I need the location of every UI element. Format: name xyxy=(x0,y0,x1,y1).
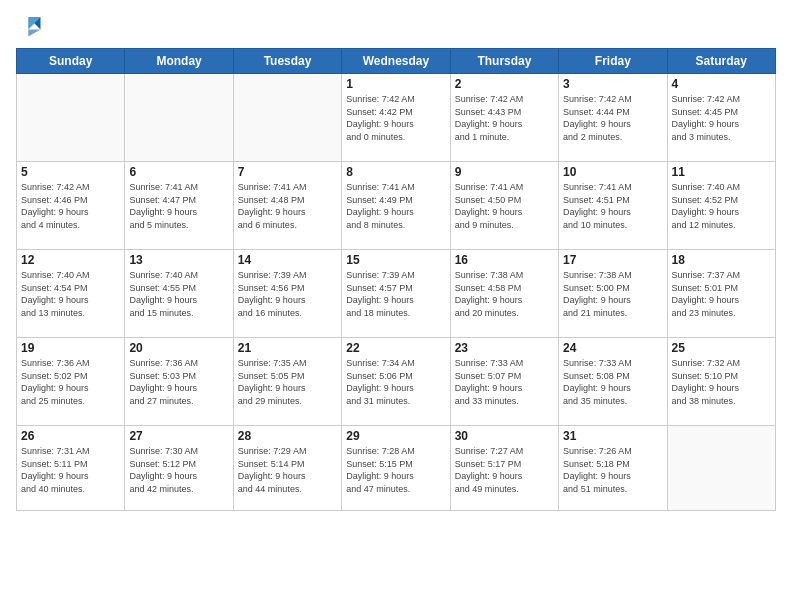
day-cell xyxy=(667,426,775,511)
day-info: Sunrise: 7:36 AMSunset: 5:02 PMDaylight:… xyxy=(21,357,120,407)
day-cell: 21Sunrise: 7:35 AMSunset: 5:05 PMDayligh… xyxy=(233,338,341,426)
col-header-friday: Friday xyxy=(559,49,667,74)
day-number: 17 xyxy=(563,253,662,267)
day-number: 3 xyxy=(563,77,662,91)
day-info: Sunrise: 7:32 AMSunset: 5:10 PMDaylight:… xyxy=(672,357,771,407)
day-info: Sunrise: 7:26 AMSunset: 5:18 PMDaylight:… xyxy=(563,445,662,495)
day-info: Sunrise: 7:40 AMSunset: 4:52 PMDaylight:… xyxy=(672,181,771,231)
day-info: Sunrise: 7:41 AMSunset: 4:49 PMDaylight:… xyxy=(346,181,445,231)
logo-icon xyxy=(16,12,44,40)
col-header-saturday: Saturday xyxy=(667,49,775,74)
day-info: Sunrise: 7:38 AMSunset: 5:00 PMDaylight:… xyxy=(563,269,662,319)
day-cell: 6Sunrise: 7:41 AMSunset: 4:47 PMDaylight… xyxy=(125,162,233,250)
day-cell: 17Sunrise: 7:38 AMSunset: 5:00 PMDayligh… xyxy=(559,250,667,338)
day-info: Sunrise: 7:41 AMSunset: 4:47 PMDaylight:… xyxy=(129,181,228,231)
day-number: 7 xyxy=(238,165,337,179)
day-number: 22 xyxy=(346,341,445,355)
day-number: 30 xyxy=(455,429,554,443)
day-cell: 28Sunrise: 7:29 AMSunset: 5:14 PMDayligh… xyxy=(233,426,341,511)
day-number: 21 xyxy=(238,341,337,355)
day-number: 8 xyxy=(346,165,445,179)
day-cell: 23Sunrise: 7:33 AMSunset: 5:07 PMDayligh… xyxy=(450,338,558,426)
day-cell: 9Sunrise: 7:41 AMSunset: 4:50 PMDaylight… xyxy=(450,162,558,250)
day-info: Sunrise: 7:41 AMSunset: 4:51 PMDaylight:… xyxy=(563,181,662,231)
day-number: 23 xyxy=(455,341,554,355)
day-cell: 26Sunrise: 7:31 AMSunset: 5:11 PMDayligh… xyxy=(17,426,125,511)
day-number: 4 xyxy=(672,77,771,91)
day-info: Sunrise: 7:28 AMSunset: 5:15 PMDaylight:… xyxy=(346,445,445,495)
day-cell: 11Sunrise: 7:40 AMSunset: 4:52 PMDayligh… xyxy=(667,162,775,250)
day-number: 5 xyxy=(21,165,120,179)
day-cell: 24Sunrise: 7:33 AMSunset: 5:08 PMDayligh… xyxy=(559,338,667,426)
day-cell: 14Sunrise: 7:39 AMSunset: 4:56 PMDayligh… xyxy=(233,250,341,338)
day-number: 10 xyxy=(563,165,662,179)
day-cell: 31Sunrise: 7:26 AMSunset: 5:18 PMDayligh… xyxy=(559,426,667,511)
day-info: Sunrise: 7:29 AMSunset: 5:14 PMDaylight:… xyxy=(238,445,337,495)
day-cell: 15Sunrise: 7:39 AMSunset: 4:57 PMDayligh… xyxy=(342,250,450,338)
day-cell: 13Sunrise: 7:40 AMSunset: 4:55 PMDayligh… xyxy=(125,250,233,338)
day-info: Sunrise: 7:39 AMSunset: 4:56 PMDaylight:… xyxy=(238,269,337,319)
week-row-2: 5Sunrise: 7:42 AMSunset: 4:46 PMDaylight… xyxy=(17,162,776,250)
day-number: 20 xyxy=(129,341,228,355)
col-header-sunday: Sunday xyxy=(17,49,125,74)
day-info: Sunrise: 7:37 AMSunset: 5:01 PMDaylight:… xyxy=(672,269,771,319)
day-number: 29 xyxy=(346,429,445,443)
day-number: 25 xyxy=(672,341,771,355)
day-cell: 20Sunrise: 7:36 AMSunset: 5:03 PMDayligh… xyxy=(125,338,233,426)
day-cell: 3Sunrise: 7:42 AMSunset: 4:44 PMDaylight… xyxy=(559,74,667,162)
day-number: 19 xyxy=(21,341,120,355)
day-info: Sunrise: 7:42 AMSunset: 4:43 PMDaylight:… xyxy=(455,93,554,143)
day-number: 11 xyxy=(672,165,771,179)
day-info: Sunrise: 7:38 AMSunset: 4:58 PMDaylight:… xyxy=(455,269,554,319)
day-cell xyxy=(17,74,125,162)
day-info: Sunrise: 7:31 AMSunset: 5:11 PMDaylight:… xyxy=(21,445,120,495)
day-info: Sunrise: 7:36 AMSunset: 5:03 PMDaylight:… xyxy=(129,357,228,407)
day-cell: 30Sunrise: 7:27 AMSunset: 5:17 PMDayligh… xyxy=(450,426,558,511)
day-info: Sunrise: 7:42 AMSunset: 4:42 PMDaylight:… xyxy=(346,93,445,143)
day-cell: 12Sunrise: 7:40 AMSunset: 4:54 PMDayligh… xyxy=(17,250,125,338)
day-cell: 5Sunrise: 7:42 AMSunset: 4:46 PMDaylight… xyxy=(17,162,125,250)
calendar-table: SundayMondayTuesdayWednesdayThursdayFrid… xyxy=(16,48,776,511)
page: SundayMondayTuesdayWednesdayThursdayFrid… xyxy=(0,0,792,612)
day-cell: 22Sunrise: 7:34 AMSunset: 5:06 PMDayligh… xyxy=(342,338,450,426)
day-number: 9 xyxy=(455,165,554,179)
col-header-tuesday: Tuesday xyxy=(233,49,341,74)
day-number: 31 xyxy=(563,429,662,443)
day-cell: 10Sunrise: 7:41 AMSunset: 4:51 PMDayligh… xyxy=(559,162,667,250)
col-header-thursday: Thursday xyxy=(450,49,558,74)
header xyxy=(16,12,776,40)
header-row: SundayMondayTuesdayWednesdayThursdayFrid… xyxy=(17,49,776,74)
week-row-5: 26Sunrise: 7:31 AMSunset: 5:11 PMDayligh… xyxy=(17,426,776,511)
day-number: 28 xyxy=(238,429,337,443)
day-cell: 8Sunrise: 7:41 AMSunset: 4:49 PMDaylight… xyxy=(342,162,450,250)
day-info: Sunrise: 7:42 AMSunset: 4:45 PMDaylight:… xyxy=(672,93,771,143)
day-number: 16 xyxy=(455,253,554,267)
day-info: Sunrise: 7:40 AMSunset: 4:54 PMDaylight:… xyxy=(21,269,120,319)
day-cell xyxy=(233,74,341,162)
day-info: Sunrise: 7:42 AMSunset: 4:44 PMDaylight:… xyxy=(563,93,662,143)
day-info: Sunrise: 7:42 AMSunset: 4:46 PMDaylight:… xyxy=(21,181,120,231)
day-info: Sunrise: 7:41 AMSunset: 4:50 PMDaylight:… xyxy=(455,181,554,231)
day-info: Sunrise: 7:40 AMSunset: 4:55 PMDaylight:… xyxy=(129,269,228,319)
day-info: Sunrise: 7:27 AMSunset: 5:17 PMDaylight:… xyxy=(455,445,554,495)
day-number: 15 xyxy=(346,253,445,267)
day-cell: 27Sunrise: 7:30 AMSunset: 5:12 PMDayligh… xyxy=(125,426,233,511)
day-cell: 4Sunrise: 7:42 AMSunset: 4:45 PMDaylight… xyxy=(667,74,775,162)
day-cell: 18Sunrise: 7:37 AMSunset: 5:01 PMDayligh… xyxy=(667,250,775,338)
day-info: Sunrise: 7:41 AMSunset: 4:48 PMDaylight:… xyxy=(238,181,337,231)
day-cell: 19Sunrise: 7:36 AMSunset: 5:02 PMDayligh… xyxy=(17,338,125,426)
day-info: Sunrise: 7:33 AMSunset: 5:07 PMDaylight:… xyxy=(455,357,554,407)
day-info: Sunrise: 7:30 AMSunset: 5:12 PMDaylight:… xyxy=(129,445,228,495)
day-info: Sunrise: 7:35 AMSunset: 5:05 PMDaylight:… xyxy=(238,357,337,407)
logo xyxy=(16,12,48,40)
day-info: Sunrise: 7:34 AMSunset: 5:06 PMDaylight:… xyxy=(346,357,445,407)
day-info: Sunrise: 7:33 AMSunset: 5:08 PMDaylight:… xyxy=(563,357,662,407)
day-cell: 29Sunrise: 7:28 AMSunset: 5:15 PMDayligh… xyxy=(342,426,450,511)
day-number: 14 xyxy=(238,253,337,267)
day-number: 6 xyxy=(129,165,228,179)
day-number: 26 xyxy=(21,429,120,443)
col-header-monday: Monday xyxy=(125,49,233,74)
day-cell: 25Sunrise: 7:32 AMSunset: 5:10 PMDayligh… xyxy=(667,338,775,426)
day-cell: 1Sunrise: 7:42 AMSunset: 4:42 PMDaylight… xyxy=(342,74,450,162)
day-number: 27 xyxy=(129,429,228,443)
